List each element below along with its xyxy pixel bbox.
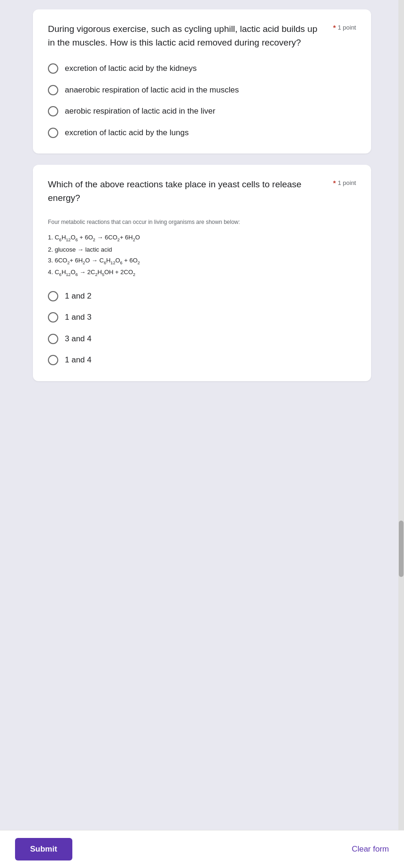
question-1-points-badge: * 1 point bbox=[333, 23, 356, 31]
radio-button-q1a[interactable] bbox=[48, 63, 58, 74]
option-label-q2d: 1 and 4 bbox=[65, 354, 92, 366]
radio-button-q2d[interactable] bbox=[48, 355, 58, 365]
radio-button-q1b[interactable] bbox=[48, 85, 58, 95]
scrollbar-thumb[interactable] bbox=[399, 521, 404, 577]
reaction-item-2: 2. glucose → lactic acid bbox=[48, 246, 356, 253]
question-2-required-star: * bbox=[333, 179, 336, 187]
list-item[interactable]: excretion of lactic acid by the lungs bbox=[48, 127, 356, 139]
reaction-item-3: 3. 6CO2+ 6H2O → C6H12O6 + 6O2 bbox=[48, 257, 356, 265]
bottom-bar: Submit Clear form bbox=[0, 830, 404, 868]
question-1-header: During vigorous exercise, such as cyclin… bbox=[48, 23, 356, 49]
list-item[interactable]: 1 and 3 bbox=[48, 311, 356, 323]
option-label-q2a: 1 and 2 bbox=[65, 290, 92, 302]
question-1-options: excretion of lactic acid by the kidneys … bbox=[48, 62, 356, 138]
question-2-options: 1 and 2 1 and 3 3 and 4 1 and 4 bbox=[48, 290, 356, 366]
submit-button[interactable]: Submit bbox=[15, 838, 72, 860]
radio-button-q2a[interactable] bbox=[48, 291, 58, 301]
list-item[interactable]: aerobic respiration of lactic acid in th… bbox=[48, 105, 356, 117]
option-label-q1a: excretion of lactic acid by the kidneys bbox=[65, 62, 197, 75]
question-2-card: Which of the above reactions take place … bbox=[33, 165, 371, 381]
metabolic-note: Four metabolic reactions that can occur … bbox=[48, 218, 356, 226]
list-item[interactable]: 1 and 2 bbox=[48, 290, 356, 302]
list-item[interactable]: excretion of lactic acid by the kidneys bbox=[48, 62, 356, 75]
radio-button-q1c[interactable] bbox=[48, 106, 58, 116]
question-2-text: Which of the above reactions take place … bbox=[48, 178, 326, 205]
question-2-header: Which of the above reactions take place … bbox=[48, 178, 356, 205]
question-1-card: During vigorous exercise, such as cyclin… bbox=[33, 9, 371, 154]
list-item[interactable]: 1 and 4 bbox=[48, 354, 356, 366]
list-item[interactable]: 3 and 4 bbox=[48, 333, 356, 345]
question-2-points: 1 point bbox=[338, 179, 356, 186]
question-1-required-star: * bbox=[333, 23, 336, 31]
radio-button-q2c[interactable] bbox=[48, 334, 58, 344]
clear-form-button[interactable]: Clear form bbox=[352, 845, 389, 854]
option-label-q1d: excretion of lactic acid by the lungs bbox=[65, 127, 189, 139]
question-1-points: 1 point bbox=[338, 24, 356, 31]
question-2-points-badge: * 1 point bbox=[333, 178, 356, 187]
option-label-q2b: 1 and 3 bbox=[65, 311, 92, 323]
question-1-text: During vigorous exercise, such as cyclin… bbox=[48, 23, 326, 49]
option-label-q1c: aerobic respiration of lactic acid in th… bbox=[65, 105, 215, 117]
reactions-list: 1. C6H12O6 + 6O2 → 6CO2+ 6H2O 2. glucose… bbox=[48, 234, 356, 277]
radio-button-q1d[interactable] bbox=[48, 128, 58, 138]
reaction-item-1: 1. C6H12O6 + 6O2 → 6CO2+ 6H2O bbox=[48, 234, 356, 242]
radio-button-q2b[interactable] bbox=[48, 312, 58, 323]
option-label-q2c: 3 and 4 bbox=[65, 333, 92, 345]
scrollbar-track[interactable] bbox=[398, 0, 404, 868]
reaction-item-4: 4. C6H12O6 → 2C2H5OH + 2CO2 bbox=[48, 269, 356, 277]
option-label-q1b: anaerobic respiration of lactic acid in … bbox=[65, 84, 239, 96]
list-item[interactable]: anaerobic respiration of lactic acid in … bbox=[48, 84, 356, 96]
